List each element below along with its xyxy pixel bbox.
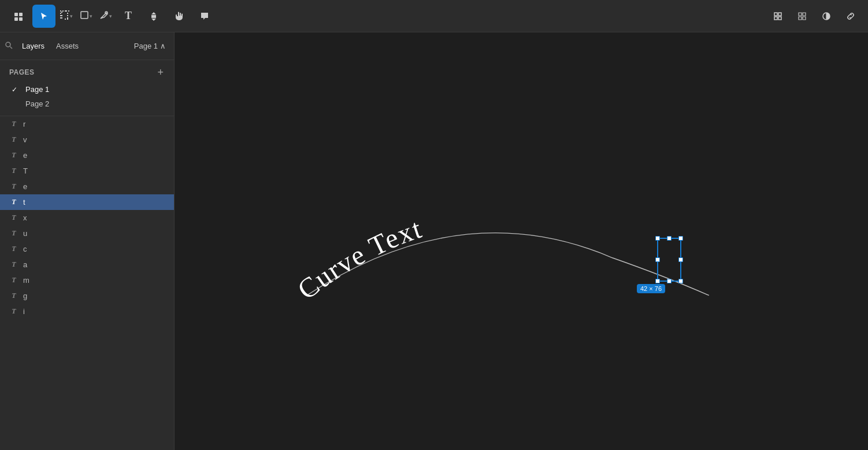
layer-item-r[interactable]: T r <box>0 116 174 132</box>
layer-item-e2[interactable]: T e <box>0 179 174 194</box>
layer-type-icon: T <box>9 292 18 300</box>
svg-rect-1 <box>19 13 23 16</box>
svg-rect-9 <box>778 17 781 20</box>
layer-name: a <box>23 260 27 269</box>
layer-name: i <box>23 307 25 316</box>
page-selector-label: Page 1 <box>134 42 158 50</box>
text-tool-button[interactable]: T <box>117 5 140 28</box>
contrast-icon-button[interactable] <box>816 6 837 27</box>
add-page-button[interactable]: + <box>156 67 165 78</box>
layer-item-v[interactable]: T v <box>0 132 174 147</box>
page-check-icon: ✓ <box>12 86 21 94</box>
pages-section: Pages + ✓ Page 1 Page 2 <box>0 60 174 116</box>
toolbar-right <box>767 6 861 27</box>
svg-rect-6 <box>774 13 777 16</box>
panel-tabs: Layers Assets Page 1 ∧ <box>0 32 174 60</box>
layer-item-T[interactable]: T T <box>0 163 174 179</box>
layer-type-icon: T <box>9 167 18 175</box>
layers-list: T r T v T e T T T e T t T x T u T c T a <box>0 116 174 450</box>
left-panel: Layers Assets Page 1 ∧ Pages + ✓ Page 1 … <box>0 32 175 450</box>
layer-type-icon: T <box>9 135 18 144</box>
layer-type-icon: T <box>9 276 18 285</box>
layers-tab[interactable]: Layers <box>17 39 49 53</box>
frame-tool-button[interactable]: ▾ <box>58 5 75 28</box>
svg-rect-2 <box>14 17 18 21</box>
hand-tool-button[interactable] <box>168 5 191 28</box>
pages-title: Pages <box>9 68 35 76</box>
svg-rect-8 <box>774 17 777 20</box>
layer-type-icon: T <box>9 182 18 191</box>
layer-name: u <box>23 229 27 238</box>
layer-name: v <box>23 135 27 144</box>
layer-type-icon: T <box>9 260 18 269</box>
layer-type-icon: T <box>9 307 18 316</box>
layer-item-e1[interactable]: T e <box>0 147 174 163</box>
svg-rect-0 <box>14 13 18 16</box>
link-icon-button[interactable] <box>840 6 861 27</box>
svg-point-11 <box>6 42 10 47</box>
shape-tool-button[interactable]: ▾ <box>77 5 95 28</box>
page-item-1[interactable]: ✓ Page 1 <box>9 82 165 97</box>
canvas-area[interactable]: Curve Text 42 × 76 <box>175 32 868 450</box>
layer-item-x[interactable]: T x <box>0 210 174 226</box>
svg-rect-4 <box>81 12 88 19</box>
toolbar: ▾ ▾ ▾ T <box>0 0 868 32</box>
layer-type-icon: T <box>9 198 18 206</box>
main-area: Layers Assets Page 1 ∧ Pages + ✓ Page 1 … <box>0 32 868 450</box>
search-icon[interactable] <box>5 41 13 51</box>
layer-item-t[interactable]: T t <box>0 194 174 210</box>
components-button[interactable] <box>142 5 165 28</box>
layer-item-g[interactable]: T g <box>0 288 174 304</box>
page-1-name: Page 1 <box>25 85 162 94</box>
svg-text:Curve Text: Curve Text <box>292 213 426 305</box>
size-badge: 42 × 76 <box>637 284 665 293</box>
grid-icon-button[interactable] <box>792 6 813 27</box>
layer-type-icon: T <box>9 120 18 128</box>
layer-name: x <box>23 213 27 222</box>
comment-tool-button[interactable] <box>193 5 216 28</box>
layer-name: T <box>23 167 28 175</box>
layer-name: e <box>23 182 27 191</box>
layer-item-a[interactable]: T a <box>0 257 174 272</box>
select-tool-button[interactable] <box>32 5 55 28</box>
svg-rect-7 <box>778 13 781 16</box>
page-selector-arrow: ∧ <box>160 42 166 50</box>
layer-name: t <box>23 198 25 206</box>
layer-name: r <box>23 120 25 128</box>
layer-type-icon: T <box>9 213 18 222</box>
layer-item-i[interactable]: T i <box>0 304 174 319</box>
layer-name: e <box>23 151 27 160</box>
layer-name: g <box>23 292 27 300</box>
layer-type-icon: T <box>9 229 18 238</box>
main-menu-button[interactable] <box>7 5 30 28</box>
layer-name: c <box>23 245 27 253</box>
layer-item-m[interactable]: T m <box>0 272 174 288</box>
page-selector[interactable]: Page 1 ∧ <box>131 39 169 53</box>
layer-type-icon: T <box>9 245 18 253</box>
canvas-svg: Curve Text <box>175 32 868 450</box>
layer-item-c[interactable]: T c <box>0 241 174 257</box>
layer-name: m <box>23 276 29 285</box>
page-2-name: Page 2 <box>25 99 162 108</box>
layer-type-icon: T <box>9 151 18 160</box>
component-icon-button[interactable] <box>767 6 788 27</box>
layer-item-u[interactable]: T u <box>0 226 174 241</box>
assets-tab[interactable]: Assets <box>51 39 83 53</box>
page-item-2[interactable]: Page 2 <box>9 97 165 111</box>
svg-rect-3 <box>19 17 23 21</box>
pen-tool-button[interactable]: ▾ <box>97 5 114 28</box>
